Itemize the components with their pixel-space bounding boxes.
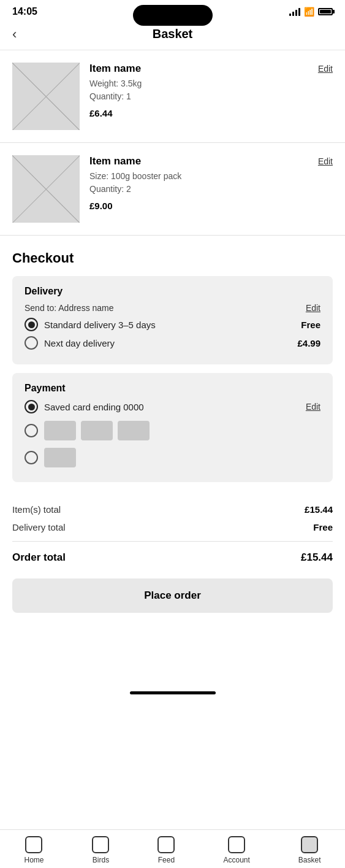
place-order-container: Place order [0,569,345,625]
nav-label-home: Home [24,856,44,864]
radio-saved-card[interactable] [25,400,38,413]
radio-standard[interactable] [25,318,38,331]
page-title: Basket [153,27,193,41]
item-name: Item name [89,63,141,75]
order-total-row: Order total £15.44 [12,547,333,569]
delivery-total-label: Delivery total [12,522,66,532]
saved-card-label: Saved card ending 0000 [44,402,144,412]
standard-delivery-label: Standard delivery 3–5 days [44,320,156,330]
payment-option-other-2[interactable] [25,448,320,467]
header: ‹ Basket [0,21,345,50]
wifi-icon: 📶 [304,7,314,17]
items-total-value: £15.44 [305,504,333,515]
table-row: Item name Edit Size: 100g booster pack Q… [0,143,345,236]
standard-delivery-price: Free [301,320,320,330]
nav-label-account: Account [223,856,249,864]
nav-label-feed: Feed [158,856,175,864]
radio-payment-other-2[interactable] [25,451,38,464]
edit-payment-button[interactable]: Edit [306,402,320,412]
send-to-address: Send to: Address name [25,303,114,313]
payment-card: Payment Saved card ending 0000 Edit [12,373,333,482]
payment-placeholder-1 [44,421,76,440]
payment-placeholder-single [44,448,76,467]
items-total-label: Item(s) total [12,504,61,515]
payment-placeholder-3 [118,421,150,440]
item-price: £6.44 [89,108,333,118]
payment-option-saved-card[interactable]: Saved card ending 0000 Edit [25,400,320,413]
delivery-section-title: Delivery [25,286,320,297]
home-indicator [130,691,216,694]
delivery-option-standard[interactable]: Standard delivery 3–5 days Free [25,318,320,331]
totals-section: Item(s) total £15.44 Delivery total Free… [0,491,345,569]
sidebar-item-account[interactable]: Account [223,836,249,864]
order-total-value: £15.44 [301,551,333,564]
delivery-total-value: Free [313,522,333,532]
basket-icon [301,836,318,853]
back-button[interactable]: ‹ [12,26,17,42]
payment-placeholder-group [44,421,150,440]
checkout-title: Checkout [12,250,333,266]
status-time: 14:05 [12,6,37,17]
signal-bars-icon [289,7,300,16]
delivery-option-nextday[interactable]: Next day delivery £4.99 [25,336,320,350]
item-details: Item name Edit Weight: 3.5kg Quantity: 1… [89,63,333,118]
edit-item-button[interactable]: Edit [318,63,333,74]
payment-section-title: Payment [25,383,320,394]
sidebar-item-basket[interactable]: Basket [298,836,321,864]
sidebar-item-home[interactable]: Home [24,836,44,864]
radio-nextday[interactable] [25,336,38,350]
delivery-total-row: Delivery total Free [12,518,333,536]
nav-label-basket: Basket [298,856,321,864]
table-row: Item name Edit Weight: 3.5kg Quantity: 1… [0,50,345,143]
item-image-placeholder [12,155,80,223]
delivery-card: Delivery Send to: Address name Edit Stan… [12,276,333,364]
account-icon [228,836,245,853]
order-total-label: Order total [12,551,66,564]
item-details: Item name Edit Size: 100g booster pack Q… [89,155,333,211]
radio-payment-other-1[interactable] [25,424,38,437]
home-icon [25,836,42,853]
edit-address-button[interactable]: Edit [306,303,320,313]
item-meta: Weight: 3.5kg Quantity: 1 [89,77,333,103]
items-total-row: Item(s) total £15.44 [12,501,333,518]
feed-icon [157,836,175,853]
sidebar-item-feed[interactable]: Feed [157,836,175,864]
birds-icon [92,836,109,853]
item-image-placeholder [12,63,80,130]
item-name: Item name [89,155,141,167]
bottom-nav: Home Birds Feed Account Basket [0,829,345,868]
checkout-section: Checkout Delivery Send to: Address name … [0,236,345,482]
basket-items-list: Item name Edit Weight: 3.5kg Quantity: 1… [0,50,345,236]
item-price: £9.00 [89,201,333,211]
payment-placeholder-2 [81,421,113,440]
edit-item-button[interactable]: Edit [318,155,333,166]
nextday-delivery-price: £4.99 [297,338,320,348]
battery-icon [318,8,333,15]
status-icons: 📶 [289,7,333,17]
total-divider [12,541,333,542]
place-order-button[interactable]: Place order [12,578,333,613]
sidebar-item-birds[interactable]: Birds [92,836,109,864]
item-meta: Size: 100g booster pack Quantity: 2 [89,170,333,196]
nav-label-birds: Birds [93,856,109,864]
payment-option-other-1[interactable] [25,418,320,443]
nextday-delivery-label: Next day delivery [44,338,115,348]
